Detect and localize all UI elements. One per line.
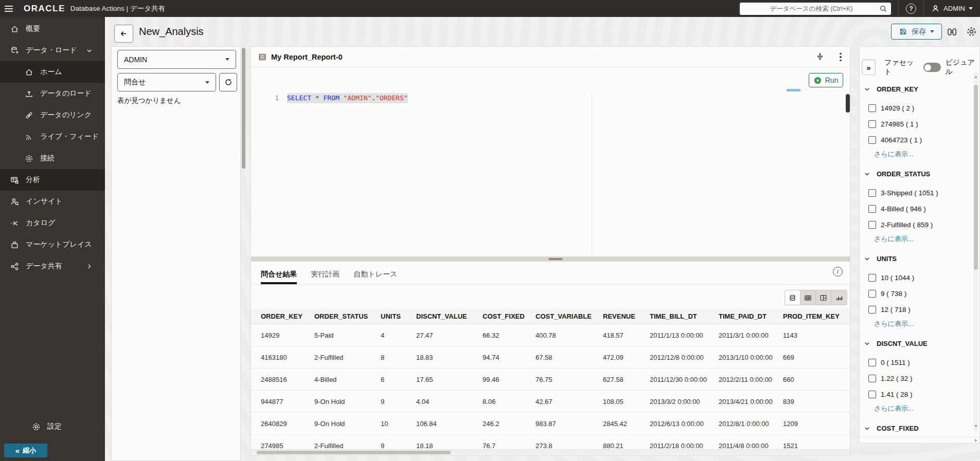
scroll-up-arrow[interactable] — [974, 76, 977, 78]
sql-statement[interactable]: SELECT * FROM "ADMIN"."ORDERS" — [287, 93, 408, 103]
checkbox[interactable] — [868, 205, 876, 213]
sidebar-item-marketplace[interactable]: マーケットプレイス — [0, 234, 105, 255]
facet-value[interactable]: 274985 ( 1 ) — [860, 116, 972, 132]
facet-value[interactable]: 4064723 ( 1 ) — [860, 132, 972, 148]
sql-editor[interactable]: 1 SELECT * FROM "ADMIN"."ORDERS" — [251, 93, 850, 256]
facet-horizontal-scrollbar[interactable] — [860, 437, 979, 443]
sidebar-item-load-data[interactable]: データのロード — [0, 83, 105, 104]
facet-section-header[interactable]: COST_FIXED — [860, 417, 972, 438]
sidebar-collapse-button[interactable]: « 縮小 — [4, 444, 47, 457]
column-header[interactable]: TIME_BILL_DT — [650, 312, 719, 320]
facet-section-header[interactable]: ORDER_STATUS — [860, 162, 972, 185]
sidebar-item-live-feed[interactable]: ライブ・フィード — [0, 126, 105, 147]
save-button[interactable]: 保存 — [891, 24, 942, 40]
scroll-down-arrow[interactable] — [974, 425, 977, 428]
binoculars-find-icon[interactable] — [947, 26, 957, 37]
facet-collapse-button[interactable]: » — [862, 60, 876, 75]
sidebar-item-overview[interactable]: 概要 — [0, 18, 105, 40]
sidebar-item-home[interactable]: ホーム — [0, 61, 105, 83]
facet-section-header[interactable]: ORDER_KEY — [860, 78, 972, 100]
facet-section-header[interactable]: DISCNT_VALUE — [860, 332, 972, 355]
left-panel-scrollbar[interactable] — [242, 48, 245, 169]
back-button[interactable] — [114, 25, 133, 43]
facet-value[interactable]: 3-Shipped ( 1051 ) — [860, 185, 972, 201]
facet-visual-toggle[interactable] — [923, 63, 941, 72]
facet-value[interactable]: 10 ( 1044 ) — [860, 270, 972, 286]
tab-autotrace[interactable]: 自動トレース — [353, 265, 397, 284]
scrollbar-thumb[interactable] — [257, 451, 451, 454]
show-more-link[interactable]: さらに表示... — [860, 402, 972, 415]
column-header[interactable]: REVENUE — [603, 312, 650, 320]
facet-value[interactable]: 4-Billed ( 946 ) — [860, 201, 972, 217]
checkbox[interactable] — [868, 104, 876, 112]
facet-vertical-scrollbar[interactable] — [973, 71, 978, 432]
show-more-link[interactable]: さらに表示... — [860, 318, 972, 330]
table-row[interactable]: 149295-Paid427.4766.32400.78418.572011/1… — [251, 324, 850, 346]
show-more-link[interactable]: さらに表示... — [860, 148, 972, 160]
facet-section-header[interactable]: UNITS — [860, 247, 972, 270]
splitter-handle[interactable] — [548, 258, 563, 260]
scrollbar-thumb[interactable] — [974, 85, 978, 270]
run-button[interactable]: Run — [809, 73, 843, 87]
checkbox[interactable] — [868, 189, 876, 197]
sidebar-item-data-share[interactable]: データ共有 — [0, 255, 105, 277]
view-split-button[interactable] — [816, 290, 831, 305]
facet-value[interactable]: 2-Fulfilled ( 859 ) — [860, 217, 972, 233]
collapse-panel-icon[interactable] — [815, 52, 825, 61]
facet-value[interactable]: 1.41 ( 28 ) — [860, 386, 972, 402]
column-header[interactable]: DISCNT_VALUE — [416, 312, 483, 320]
facet-value[interactable]: 12 ( 718 ) — [860, 302, 972, 318]
checkbox[interactable] — [868, 290, 876, 298]
checkbox[interactable] — [868, 274, 876, 282]
column-header[interactable]: PROD_ITEM_KEY — [783, 312, 850, 320]
checkbox[interactable] — [868, 391, 876, 398]
sidebar-item-link-data[interactable]: データのリンク — [0, 104, 105, 126]
column-header[interactable]: TIME_PAID_DT — [719, 312, 783, 320]
facet-value[interactable]: 1.22 ( 32 ) — [860, 371, 972, 386]
checkbox[interactable] — [868, 375, 876, 382]
search-icon[interactable] — [879, 5, 887, 13]
facet-value[interactable]: 14929 ( 2 ) — [860, 100, 972, 116]
sidebar-item-analytics[interactable]: 分析 — [0, 169, 105, 191]
database-search[interactable] — [740, 3, 891, 15]
sidebar-item-catalog[interactable]: カタログ — [0, 212, 105, 234]
sidebar-settings[interactable]: 設定 — [32, 422, 105, 431]
help-icon[interactable]: ? — [906, 4, 916, 14]
view-data-button[interactable] — [785, 290, 800, 305]
checkbox[interactable] — [868, 221, 876, 229]
checkbox[interactable] — [868, 359, 876, 366]
column-header[interactable]: COST_FIXED — [483, 312, 536, 320]
refresh-button[interactable] — [219, 73, 237, 91]
gear-icon[interactable] — [966, 26, 977, 37]
sidebar-item-connections[interactable]: 接続 — [0, 147, 105, 169]
object-type-select[interactable]: 問合せ — [117, 73, 216, 91]
scroll-right-arrow[interactable] — [975, 439, 977, 442]
facet-value[interactable]: 0 ( 1511 ) — [860, 355, 972, 371]
search-input[interactable] — [740, 3, 891, 15]
column-header[interactable]: UNITS — [381, 312, 416, 320]
hamburger-menu-icon[interactable] — [0, 0, 17, 17]
view-table-button[interactable] — [800, 290, 816, 305]
column-header[interactable]: ORDER_STATUS — [314, 312, 381, 320]
column-header[interactable]: ORDER_KEY — [261, 312, 314, 320]
info-icon[interactable]: i — [833, 267, 843, 276]
kebab-menu-icon[interactable] — [835, 51, 846, 63]
user-menu[interactable]: ADMIN — [931, 4, 973, 13]
table-row[interactable]: 41631802-Fulfilled818.8394.7467.58472.09… — [251, 346, 850, 368]
checkbox[interactable] — [868, 136, 876, 144]
sidebar-item-insights[interactable]: インサイト — [0, 191, 105, 212]
tab-query-result[interactable]: 問合せ結果 — [261, 265, 297, 284]
view-chart-button[interactable] — [831, 290, 847, 305]
tab-explain-plan[interactable]: 実行計画 — [311, 265, 340, 284]
table-row[interactable]: 9448779-On Hold94.048.0642.67108.052013/… — [251, 391, 850, 413]
splitter-bar[interactable] — [251, 256, 850, 262]
schema-select[interactable]: ADMIN — [117, 50, 236, 69]
checkbox[interactable] — [868, 306, 876, 314]
column-header[interactable]: COST_VARIABLE — [536, 312, 603, 320]
table-row[interactable]: 26408299-On Hold10106.84246.2983.872845.… — [251, 413, 850, 435]
facet-value[interactable]: 9 ( 738 ) — [860, 286, 972, 302]
sidebar-item-data-load-group[interactable]: データ・ロード — [0, 40, 105, 61]
show-more-link[interactable]: さらに表示... — [860, 233, 972, 245]
table-row[interactable]: 24885164-Billed617.6599.4676.75627.58201… — [251, 368, 850, 391]
checkbox[interactable] — [868, 120, 876, 128]
